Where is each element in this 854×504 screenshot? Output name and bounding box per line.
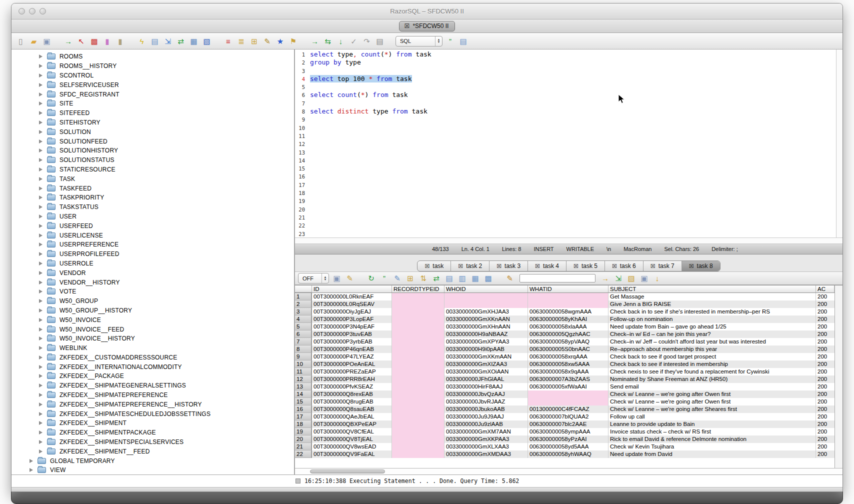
tree-item-sitefeed[interactable]: SITEFEED [12,108,294,118]
tree-item-w50-group-history[interactable]: W50_GROUP__HISTORY [12,306,294,316]
table-cell[interactable]: 00T3000000P47LYEAZ [312,353,392,360]
table-cell[interactable] [392,436,444,443]
table-cell[interactable]: Follow-up on nomination [608,316,816,323]
h-scrollbar-thumb[interactable] [310,470,385,474]
table-cell[interactable] [444,300,528,308]
table-cell[interactable] [392,353,444,360]
tree-item-w50-invoice-feed[interactable]: W50_INVOICE__FEED [12,324,294,334]
table-row[interactable]: 1800T3000000QBXPeEAP 0033000000Ju9zlAAB0… [295,420,834,428]
tree-item-solutionfeed[interactable]: SOLUTIONFEED [12,136,294,146]
table-cell[interactable]: 200 [816,390,834,398]
row-limit-select[interactable]: OFF ▲▼ [298,273,329,284]
table-cell[interactable] [444,293,528,300]
table-cell[interactable]: 0033000000GmXPYAA3 [444,338,528,346]
table-cell[interactable]: 00T3000000P3LopEAF [312,316,392,323]
table-cell[interactable]: Invoice status check – check w/ RS first [608,428,816,436]
tree-item-userpreference[interactable]: USERPREFERENCE [12,240,294,250]
close-tab-icon[interactable]: ☒ [404,22,410,30]
table-row[interactable]: 400T3000000P3LopEAF 0033000000GmXKnAAN00… [295,316,834,323]
tree-item-vendor[interactable]: VENDOR [12,268,294,278]
table-cell[interactable]: 200 [816,376,834,383]
table-row[interactable]: 2200T3000000QV9FaEAL 0033000000GmXMDAA30… [295,450,834,458]
limit-stepper-icon[interactable]: ▲▼ [322,274,328,283]
tree-item-zkfedex-internationalcommodity[interactable]: ZKFEDEX__INTERNATIONALCOMMODITY [12,362,294,372]
table-cell[interactable]: 006300000058x9qAAA [528,368,608,376]
disclosure-triangle-icon[interactable] [39,328,42,332]
edit-sql-icon[interactable]: ✎ [262,36,272,46]
document-tab[interactable]: ☒ *SFDCW50 II [399,21,456,32]
close-tab-icon[interactable]: ☒ [689,263,694,270]
table-cell[interactable]: Get Massage [608,293,816,300]
tree-item-rooms[interactable]: ROOMS [12,52,294,62]
table-cell[interactable] [392,346,444,353]
column-header-rownum[interactable] [295,286,312,292]
table-cell[interactable]: 0033000000JFhGlAAL [444,376,528,383]
table-cell[interactable]: 00T3000000OiyJgEAJ [312,308,392,316]
tree-item-selfserviceuser[interactable]: SELFSERVICEUSER [12,80,294,90]
code-line[interactable]: group by type [310,58,836,66]
table-vertical-scrollbar[interactable] [834,286,842,468]
highlighter-icon[interactable]: ✎ [504,273,515,284]
column-header-ac[interactable]: AC [816,286,834,292]
disclosure-triangle-icon[interactable] [39,346,42,350]
go-arrow-icon[interactable]: → [600,273,610,284]
disclosure-triangle-icon[interactable] [39,402,42,406]
table-cell[interactable]: 200 [816,450,834,458]
table-cell[interactable] [528,390,608,398]
table-cell[interactable]: 00630000007blQUAA2 [528,413,608,420]
insert-generator-icon[interactable]: ⊞ [249,36,260,46]
close-tab-icon[interactable]: ☒ [496,263,502,270]
table-cell[interactable]: 006300000058xw5AAA [528,360,608,368]
table-cell[interactable]: 0033000000GmXKmAAN [444,353,528,360]
disclosure-triangle-icon[interactable] [39,299,42,303]
tree-item-zkfedex-shipmentpackage[interactable]: ZKFEDEX__SHIPMENTPACKAGE [12,428,294,438]
tree-item-zkfedex-package[interactable]: ZKFEDEX__PACKAGE [12,372,294,381]
column-header-recordtypeid[interactable]: RECORDTYPEID [392,286,444,292]
tree-item-rooms-history[interactable]: ROOMS__HISTORY [12,62,294,71]
results-filter-input[interactable] [520,274,596,282]
table-cell[interactable]: 00T3000000L0RqSEAV [312,300,392,308]
close-tab-icon[interactable]: ☒ [612,263,617,270]
tree-item-scontrol[interactable]: SCONTROL [12,71,294,80]
table-cell[interactable]: Give Jenn a BIG RAISE [608,300,816,308]
code-line[interactable]: select type, count(*) from task [310,50,836,58]
table-cell[interactable]: 0033000000GmXIZAA3 [444,360,528,368]
table-cell[interactable] [392,293,444,300]
disclosure-triangle-icon[interactable] [39,336,42,340]
disclosure-triangle-icon[interactable] [39,224,42,228]
column-header-whatid[interactable]: WHATID [528,286,608,292]
table-cell[interactable]: 200 [816,420,834,428]
close-tab-icon[interactable]: ☒ [650,263,656,270]
tree-item-zkfedex-shipmatepreference-history[interactable]: ZKFEDEX__SHIPMATEPREFERENCE__HISTORY [12,400,294,409]
table-cell[interactable]: Check–in w/ Jeff – couldn't afford last … [608,338,816,346]
refresh-results-icon[interactable]: ↻ [366,273,376,284]
tree-item-zkfedex-shipment-feed[interactable]: ZKFEDEX__SHIPMENT__FEED [12,446,294,456]
table-cell[interactable]: 0033000000GmXLXAA3 [444,443,528,450]
tree-item-sfdc-registrant[interactable]: SFDC_REGISTRANT [12,90,294,99]
code-line[interactable] [310,140,836,148]
editor-horizontal-scrollbar[interactable] [295,238,842,244]
sort-rows-icon[interactable]: ⇅ [418,273,428,284]
table-cell[interactable]: 0033000000JbukoAAB [444,406,528,413]
table-cell[interactable]: 00T3000000P46qnEAB [312,346,392,353]
editor-vertical-scrollbar[interactable] [836,50,842,238]
tree-item-zkfedex-shipment[interactable]: ZKFEDEX__SHIPMENT [12,418,294,428]
disclosure-triangle-icon[interactable] [39,214,42,218]
table-cell[interactable]: 200 [816,413,834,420]
tree-item-taskstatus[interactable]: TASKSTATUS [12,202,294,212]
table-cell[interactable]: Leanne to provide update to Bain [608,420,816,428]
table-cell[interactable] [392,368,444,376]
table-cell[interactable]: 200 [816,300,834,308]
table-cell[interactable] [392,383,444,390]
table-cell[interactable] [528,293,608,300]
table-cell[interactable]: 200 [816,436,834,443]
favorites-star-icon[interactable]: ★ [275,36,286,46]
table-cell[interactable]: Check back to see if good target prospec… [608,353,816,360]
tree-item-zkfedex-shipmatescheduledjobssettings[interactable]: ZKFEDEX__SHIPMATESCHEDULEDJOBSSETTINGS [12,409,294,418]
table-cell[interactable]: Follow up call [608,413,816,420]
script-icon[interactable]: ▧ [626,273,636,284]
format-results-icon[interactable]: ✎ [344,273,355,284]
table-cell[interactable]: 200 [816,353,834,360]
disclosure-triangle-icon[interactable] [39,412,42,416]
table-cell[interactable]: 00T3000000PREZaEAP [312,368,392,376]
